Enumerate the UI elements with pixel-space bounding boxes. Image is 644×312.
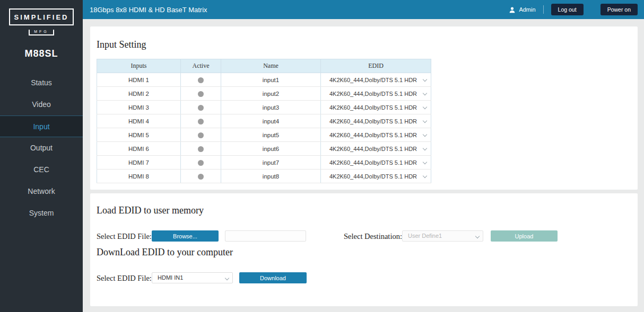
chevron-down-icon bbox=[423, 132, 427, 137]
destination-value: User Define1 bbox=[408, 233, 442, 239]
download-source-select[interactable]: HDMI IN1 bbox=[152, 272, 233, 283]
edid-select[interactable]: 4K2K60_444,Dolby/DTS 5.1 HDR bbox=[321, 73, 431, 87]
logo-text: SIMPLIFIED bbox=[9, 8, 74, 25]
top-bar: 18Gbps 8x8 HDMI & HD BaseT Matrix Admin … bbox=[83, 0, 644, 19]
table-row: HDMI 2 input2 4K2K60_444,Dolby/DTS 5.1 H… bbox=[97, 87, 431, 101]
logo: SIMPLIFIED MFG bbox=[9, 8, 74, 35]
table-row: HDMI 6 input6 4K2K60_444,Dolby/DTS 5.1 H… bbox=[97, 142, 431, 156]
chevron-down-icon bbox=[423, 119, 427, 123]
col-header-edid: EDID bbox=[321, 59, 431, 73]
chevron-down-icon bbox=[475, 234, 480, 238]
table-row: HDMI 3 input3 4K2K60_444,Dolby/DTS 5.1 H… bbox=[97, 101, 431, 114]
user-icon bbox=[509, 6, 516, 13]
input-name: input8 bbox=[221, 170, 321, 183]
chevron-down-icon bbox=[225, 276, 229, 280]
input-setting-title: Input Setting bbox=[97, 39, 146, 50]
edid-file-input[interactable] bbox=[225, 230, 306, 242]
input-label: HDMI 3 bbox=[97, 101, 181, 114]
active-indicator bbox=[198, 91, 204, 97]
divider bbox=[543, 5, 544, 14]
input-name: input2 bbox=[221, 87, 321, 101]
download-button[interactable]: Download bbox=[239, 272, 307, 283]
active-indicator bbox=[198, 77, 204, 83]
table-row: HDMI 8 input8 4K2K60_444,Dolby/DTS 5.1 H… bbox=[97, 170, 431, 183]
logout-button[interactable]: Log out bbox=[551, 4, 584, 15]
sidebar-item-status[interactable]: Status bbox=[0, 72, 83, 94]
power-on-button[interactable]: Power on bbox=[601, 4, 638, 15]
select-edid-file-label: Select EDID File: bbox=[97, 274, 152, 283]
active-indicator bbox=[198, 174, 204, 180]
input-label: HDMI 1 bbox=[97, 73, 181, 87]
browse-button[interactable]: Browse... bbox=[152, 230, 219, 242]
input-name: input5 bbox=[221, 128, 321, 142]
edid-card: Load EDID to user memory Select EDID Fil… bbox=[90, 193, 638, 306]
active-indicator bbox=[198, 119, 204, 124]
sidebar-item-network[interactable]: Network bbox=[0, 181, 83, 202]
chevron-down-icon bbox=[423, 174, 427, 178]
active-indicator bbox=[198, 132, 204, 138]
download-source-value: HDMI IN1 bbox=[158, 274, 183, 281]
page: SIMPLIFIED MFG M88SL Status Video Input … bbox=[0, 0, 644, 312]
sidebar-item-system[interactable]: System bbox=[0, 202, 83, 224]
edid-select[interactable]: 4K2K60_444,Dolby/DTS 5.1 HDR bbox=[321, 101, 431, 114]
input-table: Inputs Active Name EDID HDMI 1 input1 4K… bbox=[97, 59, 431, 183]
active-indicator bbox=[198, 160, 204, 166]
input-label: HDMI 6 bbox=[97, 142, 181, 156]
table-header-row: Inputs Active Name EDID bbox=[97, 59, 431, 73]
input-label: HDMI 5 bbox=[97, 128, 181, 142]
select-destination-label: Select Destination: bbox=[344, 232, 402, 241]
model-name: M88SL bbox=[0, 48, 83, 59]
chevron-down-icon bbox=[423, 160, 427, 164]
chevron-down-icon bbox=[423, 105, 427, 109]
table-row: HDMI 5 input5 4K2K60_444,Dolby/DTS 5.1 H… bbox=[97, 128, 431, 142]
sidebar-menu: Status Video Input Output CEC Network Sy… bbox=[0, 72, 83, 224]
sidebar-item-cec[interactable]: CEC bbox=[0, 159, 83, 181]
col-header-inputs: Inputs bbox=[97, 59, 181, 73]
sidebar-item-video[interactable]: Video bbox=[0, 94, 83, 115]
input-name: input1 bbox=[221, 73, 321, 87]
select-edid-file-label: Select EDID File: bbox=[97, 232, 152, 241]
edid-select[interactable]: 4K2K60_444,Dolby/DTS 5.1 HDR bbox=[321, 170, 431, 183]
topbar-right: Admin Log out Power on bbox=[509, 4, 638, 15]
table-row: HDMI 4 input4 4K2K60_444,Dolby/DTS 5.1 H… bbox=[97, 114, 431, 128]
table-row: HDMI 7 input7 4K2K60_444,Dolby/DTS 5.1 H… bbox=[97, 156, 431, 170]
input-label: HDMI 4 bbox=[97, 114, 181, 128]
input-name: input6 bbox=[221, 142, 321, 156]
page-title: 18Gbps 8x8 HDMI & HD BaseT Matrix bbox=[90, 6, 207, 14]
logo-subtext: MFG bbox=[29, 30, 54, 35]
edid-select[interactable]: 4K2K60_444,Dolby/DTS 5.1 HDR bbox=[321, 128, 431, 142]
col-header-name: Name bbox=[221, 59, 321, 73]
active-indicator bbox=[198, 105, 204, 111]
input-name: input7 bbox=[221, 156, 321, 170]
active-indicator bbox=[198, 146, 204, 152]
table-row: HDMI 1 input1 4K2K60_444,Dolby/DTS 5.1 H… bbox=[97, 73, 431, 87]
input-label: HDMI 2 bbox=[97, 87, 181, 101]
input-label: HDMI 8 bbox=[97, 170, 181, 183]
edid-select[interactable]: 4K2K60_444,Dolby/DTS 5.1 HDR bbox=[321, 87, 431, 101]
sidebar-item-input[interactable]: Input bbox=[0, 115, 83, 137]
input-label: HDMI 7 bbox=[97, 156, 181, 170]
destination-select[interactable]: User Define1 bbox=[402, 230, 483, 242]
edid-select[interactable]: 4K2K60_444,Dolby/DTS 5.1 HDR bbox=[321, 156, 431, 170]
download-edid-title: DownLoad EDID to your computer bbox=[97, 247, 233, 258]
user-name: Admin bbox=[519, 6, 535, 13]
load-edid-title: Load EDID to user memory bbox=[97, 205, 204, 216]
edid-select[interactable]: 4K2K60_444,Dolby/DTS 5.1 HDR bbox=[321, 114, 431, 128]
sidebar: SIMPLIFIED MFG M88SL Status Video Input … bbox=[0, 0, 83, 312]
chevron-down-icon bbox=[423, 146, 427, 150]
upload-button[interactable]: Upload bbox=[491, 230, 558, 242]
chevron-down-icon bbox=[423, 91, 427, 95]
sidebar-item-output[interactable]: Output bbox=[0, 137, 83, 159]
col-header-active: Active bbox=[181, 59, 221, 73]
input-name: input4 bbox=[221, 114, 321, 128]
input-name: input3 bbox=[221, 101, 321, 114]
edid-select[interactable]: 4K2K60_444,Dolby/DTS 5.1 HDR bbox=[321, 142, 431, 156]
chevron-down-icon bbox=[423, 77, 427, 82]
input-setting-card: Input Setting Inputs Active Name EDID HD… bbox=[90, 26, 638, 190]
